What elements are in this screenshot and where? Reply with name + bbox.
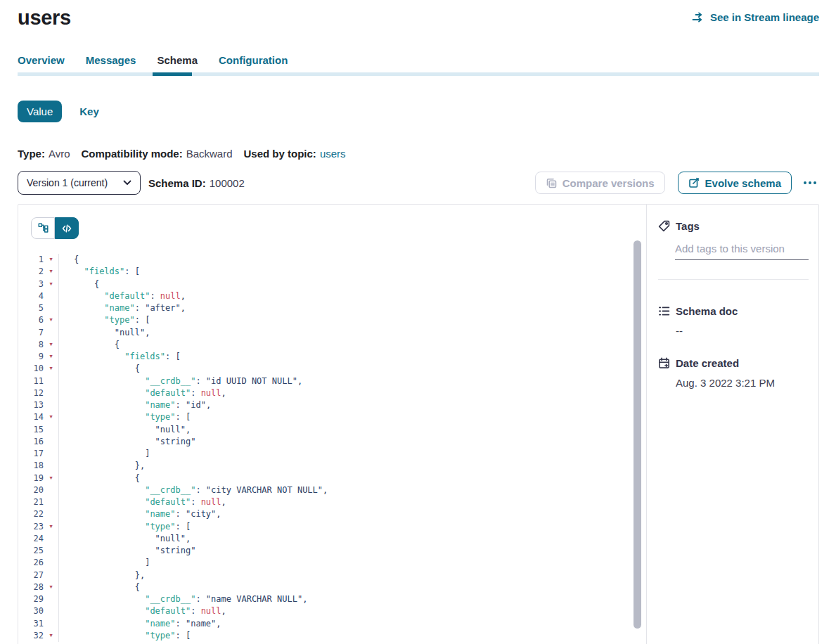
key-toggle-button[interactable]: Key [79, 105, 99, 117]
gutter-spacer [44, 460, 58, 472]
schema-doc-value: -- [676, 325, 809, 337]
code-content: }, [58, 460, 632, 472]
schema-id: Schema ID: 100002 [148, 177, 245, 189]
code-content: { [58, 254, 632, 266]
tags-input[interactable] [675, 243, 809, 260]
code-line: 11 "__crdb__": "id UUID NOT NULL", [18, 375, 632, 387]
compare-versions-button[interactable]: Compare versions [535, 172, 665, 194]
code-content: { [58, 581, 632, 593]
code-content: "type": [ [58, 411, 632, 423]
tab-schema[interactable]: Schema [157, 54, 198, 66]
code-line: 29 "__crdb__": "name VARCHAR NULL", [18, 593, 632, 605]
schema-code-editor[interactable]: 1▼{2▼ "fields": [3▼ {4 "default": null,5… [18, 254, 632, 644]
code-content: "type": [ [58, 521, 632, 533]
stream-lineage-icon [692, 12, 705, 22]
version-select[interactable]: Version 1 (current) [18, 171, 141, 195]
code-line: 6▼ "type": [ [18, 314, 632, 326]
line-number: 28 [18, 581, 44, 593]
line-number: 7 [18, 327, 44, 339]
code-view-button[interactable] [55, 217, 79, 239]
value-toggle-button[interactable]: Value [18, 101, 62, 122]
gutter-spacer [44, 496, 58, 508]
gutter-spacer [44, 569, 58, 581]
code-content: "null", [58, 327, 632, 339]
line-number: 23 [18, 521, 44, 533]
schema-panel: 1▼{2▼ "fields": [3▼ {4 "default": null,5… [18, 204, 819, 644]
code-content: "fields": [ [58, 351, 632, 363]
tab-overview[interactable]: Overview [18, 54, 65, 66]
schema-meta: Type:AvroCompatibility mode:BackwardUsed… [18, 148, 819, 160]
code-line: 8▼ { [18, 339, 632, 351]
code-line: 2▼ "fields": [ [18, 266, 632, 278]
code-line: 13 "name": "id", [18, 399, 632, 411]
tab-active-indicator [153, 72, 192, 76]
line-number: 26 [18, 557, 44, 569]
code-content: }, [58, 569, 632, 581]
collapse-arrow-icon[interactable]: ▼ [44, 363, 58, 375]
more-options-button[interactable] [801, 172, 819, 194]
tags-header: Tags [658, 220, 809, 232]
code-content: ] [58, 557, 632, 569]
calendar-plus-icon [658, 357, 670, 369]
gutter-spacer [44, 327, 58, 339]
line-number: 18 [18, 460, 44, 472]
collapse-arrow-icon[interactable]: ▼ [44, 521, 58, 533]
code-content: "default": null, [58, 605, 632, 617]
code-pane: 1▼{2▼ "fields": [3▼ {4 "default": null,5… [18, 205, 647, 644]
meta-used-by-topic: Used by topic:users [244, 148, 346, 160]
code-content: { [58, 363, 632, 375]
tab-messages[interactable]: Messages [86, 54, 136, 66]
collapse-arrow-icon[interactable]: ▼ [44, 472, 58, 484]
schema-id-value: 100002 [210, 177, 245, 189]
code-content: "null", [58, 424, 632, 436]
collapse-arrow-icon[interactable]: ▼ [44, 266, 58, 278]
line-number: 31 [18, 618, 44, 630]
code-line: 30 "default": null, [18, 605, 632, 617]
meta-label: Type: [18, 148, 45, 160]
code-line: 20 "__crdb__": "city VARCHAR NOT NULL", [18, 484, 632, 496]
tree-view-button[interactable] [31, 217, 55, 239]
scrollbar-thumb[interactable] [634, 240, 641, 629]
gutter-spacer [44, 533, 58, 545]
gutter-spacer [44, 484, 58, 496]
code-view-icon [62, 224, 72, 233]
line-number: 10 [18, 363, 44, 375]
collapse-arrow-icon[interactable]: ▼ [44, 314, 58, 326]
version-select-value: Version 1 (current) [27, 177, 108, 188]
value-key-toggle: Value Key [18, 101, 819, 122]
collapse-arrow-icon[interactable]: ▼ [44, 630, 58, 642]
date-created-title: Date created [676, 357, 739, 369]
chevron-down-icon [123, 180, 131, 186]
line-number: 15 [18, 424, 44, 436]
gutter-spacer [44, 302, 58, 314]
code-content: { [58, 278, 632, 290]
collapse-arrow-icon[interactable]: ▼ [44, 254, 58, 266]
collapse-arrow-icon[interactable]: ▼ [44, 351, 58, 363]
code-line: 10▼ { [18, 363, 632, 375]
collapse-arrow-icon[interactable]: ▼ [44, 411, 58, 423]
list-icon [658, 305, 670, 317]
meta-type: Type:Avro [18, 148, 70, 160]
collapse-arrow-icon[interactable]: ▼ [44, 581, 58, 593]
code-content: "name": "name", [58, 618, 632, 630]
line-number: 21 [18, 496, 44, 508]
code-content: "name": "id", [58, 399, 632, 411]
code-content: "name": "after", [58, 302, 632, 314]
tab-configuration[interactable]: Configuration [219, 54, 288, 66]
code-content: "__crdb__": "city VARCHAR NOT NULL", [58, 484, 632, 496]
line-number: 29 [18, 593, 44, 605]
line-number: 19 [18, 472, 44, 484]
code-content: { [58, 472, 632, 484]
code-line: 17 ] [18, 448, 632, 460]
code-content: "default": null, [58, 290, 632, 302]
collapse-arrow-icon[interactable]: ▼ [44, 339, 58, 351]
code-content: "null", [58, 533, 632, 545]
used-by-topic-link[interactable]: users [320, 148, 346, 160]
evolve-schema-button[interactable]: Evolve schema [678, 172, 792, 194]
code-line: 22 "name": "city", [18, 508, 632, 520]
ellipsis-icon [804, 181, 816, 184]
code-line: 16 "string" [18, 436, 632, 448]
stream-lineage-link[interactable]: See in Stream lineage [692, 11, 819, 23]
collapse-arrow-icon[interactable]: ▼ [44, 278, 58, 290]
gutter-spacer [44, 618, 58, 630]
